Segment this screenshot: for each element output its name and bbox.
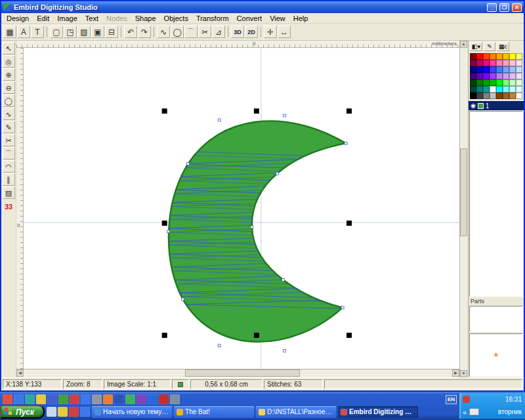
menu-transform[interactable]: Transform [192,14,233,22]
quick-launch-icon-8[interactable] [81,394,91,404]
start-button[interactable]: Пуск [0,405,45,419]
palette-color-15[interactable] [509,60,516,66]
tray-app-icon[interactable] [463,396,470,403]
selection-handle-w[interactable] [162,220,167,226]
palette-color-23[interactable] [509,66,516,73]
palette-color-40[interactable] [516,79,522,86]
vertical-scroll-thumb[interactable] [460,148,467,236]
palette-style-button[interactable]: ◧▾ [470,42,482,51]
menu-image[interactable]: Image [53,14,81,22]
palette-color-22[interactable] [503,66,509,73]
palette-color-45[interactable] [496,86,503,93]
palette-color-54[interactable] [503,93,509,99]
palette-color-36[interactable] [490,79,496,86]
quick-launch2-icon-2[interactable] [58,407,68,417]
palette-color-48[interactable] [516,86,522,93]
measure-button[interactable]: ⊿ [212,26,225,38]
quick-launch2-icon-1[interactable] [47,407,56,417]
palette-color-33[interactable] [470,79,476,86]
quick-launch-icon-2[interactable] [14,394,24,404]
design-canvas[interactable] [24,48,459,369]
palette-color-31[interactable] [509,73,516,79]
quick-launch-icon-15[interactable] [159,394,169,404]
vertical-scrollbar[interactable]: ▲ ▼ [459,41,468,377]
horizontal-scrollbar[interactable]: ◀ ▶ [16,369,459,377]
open-design-button[interactable]: ◳ [64,26,77,38]
palette-color-18[interactable] [476,66,483,73]
quick-launch-icon-16[interactable] [170,394,180,404]
stretch-button[interactable]: ↔ [278,26,291,38]
quick-launch2-icon-4[interactable] [80,407,90,417]
import-image-button[interactable]: ▧ [77,26,91,38]
palette-color-12[interactable] [490,60,496,66]
zoom-in-tool[interactable]: ⊕ [3,68,15,81]
scroll-right-button[interactable]: ▶ [452,369,459,377]
tray-chevron-icon[interactable]: « [463,409,467,415]
palette-color-43[interactable] [483,86,490,93]
parts-list[interactable] [469,306,523,332]
palette-color-5[interactable] [496,53,503,60]
palette-color-47[interactable] [509,86,516,93]
outline-tool[interactable]: ◠ [3,160,15,173]
quick-launch-icon-10[interactable] [103,394,113,404]
node-editor-button[interactable]: ∿ [157,26,170,38]
palette-color-34[interactable] [476,79,483,86]
quick-launch-icon-3[interactable] [25,394,35,404]
palette-color-30[interactable] [503,73,509,79]
palette-color-51[interactable] [483,93,490,99]
palette-color-10[interactable] [476,60,483,66]
palette-color-50[interactable] [476,93,483,99]
palette-color-17[interactable] [470,66,476,73]
quick-launch-icon-4[interactable] [36,394,46,404]
horizontal-scroll-thumb[interactable] [185,369,301,377]
arc-shape-button[interactable]: ⌒ [184,26,198,38]
palette-color-39[interactable] [509,79,516,86]
pencil-tool[interactable]: ✎ [3,121,15,133]
menu-objects[interactable]: Objects [160,14,192,22]
palette-color-1[interactable] [470,53,476,60]
selection-handle-nw[interactable] [162,108,167,114]
save-design-button[interactable]: ▣ [91,26,104,38]
arc-tool[interactable]: ⌒ [3,147,15,159]
scroll-left-button[interactable]: ◀ [16,369,24,377]
palette-color-26[interactable] [476,73,483,79]
palette-color-41[interactable] [470,86,476,93]
ellipse-tool[interactable]: ◯ [3,94,15,107]
title-bar[interactable]: Embird Digitizing Studio _ ❐ ✕ [1,1,524,13]
palette-color-38[interactable] [503,79,509,86]
new-design-button[interactable]: ▢ [50,26,63,38]
redo-button[interactable]: ↷ [138,26,151,38]
view-3d-button[interactable]: 3D [231,26,244,38]
palette-color-21[interactable] [496,66,503,73]
lettering-button[interactable]: A [17,26,30,38]
palette-color-16[interactable] [516,60,522,66]
object-list[interactable] [469,111,523,297]
palette-color-11[interactable] [483,60,490,66]
task-button-4[interactable]: Embird Digitizing Stud... [338,406,418,418]
selection-handle-sw[interactable] [162,333,167,338]
palette-color-42[interactable] [476,86,483,93]
knife-tool[interactable]: ✂ [3,134,15,146]
selection-handle-se[interactable] [346,333,352,338]
palette-color-13[interactable] [496,60,503,66]
palette-color-3[interactable] [483,53,490,60]
knife-button[interactable]: ✂ [198,26,211,38]
menu-text[interactable]: Text [81,14,102,22]
palette-color-32[interactable] [516,73,522,79]
palette-color-28[interactable] [490,73,496,79]
menu-design[interactable]: Design [3,14,33,22]
column-tool[interactable]: ∥ [3,173,15,186]
quick-launch-icon-9[interactable] [92,394,102,404]
tray-clock[interactable]: 16:31 [505,396,522,403]
freehand-tool[interactable]: ∿ [3,108,15,120]
keyboard-icon[interactable] [469,408,479,415]
palette-color-44[interactable] [490,86,496,93]
palette-color-19[interactable] [483,66,490,73]
zoom-out-tool[interactable]: ⊖ [3,81,15,94]
palette-color-9[interactable] [470,60,476,66]
selection-handle-e[interactable] [346,220,352,226]
scroll-down-button[interactable]: ▼ [460,370,467,377]
print-design-button[interactable]: ⊟ [105,26,118,38]
quick-launch-icon-6[interactable] [58,394,68,404]
palette-color-27[interactable] [483,73,490,79]
